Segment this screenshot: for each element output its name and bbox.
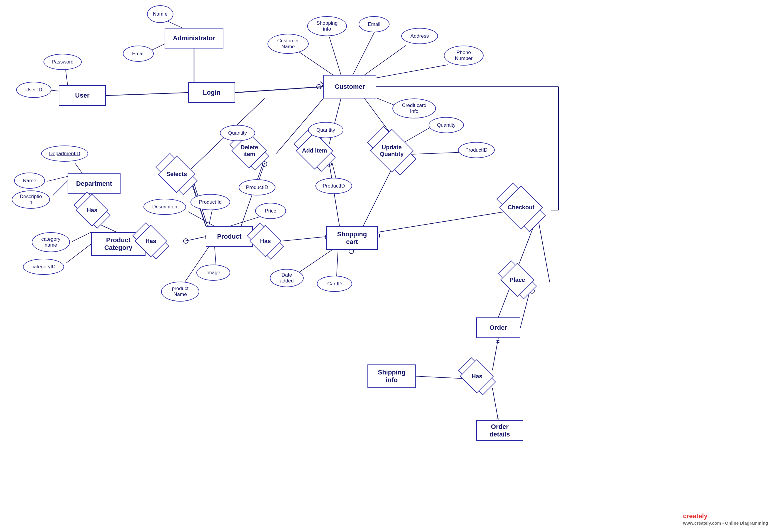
qty-update-attribute: Quantity — [429, 117, 464, 133]
qty-delete-attribute: Quantity — [220, 125, 255, 141]
svg-line-44 — [337, 250, 338, 276]
admin-name-attribute: Nam e — [147, 5, 173, 23]
dept-description-attribute: Descriptio n — [12, 190, 50, 209]
svg-line-10 — [294, 48, 335, 76]
brand-name: creately — [683, 512, 708, 520]
login-entity: Login — [188, 82, 235, 103]
checkout-relation: Checkout — [498, 196, 544, 218]
address-attribute: Address — [401, 28, 438, 44]
svg-line-40 — [282, 237, 326, 241]
has-product-relation: Has — [249, 232, 282, 250]
cart-id-attribute: CartID — [317, 276, 352, 292]
svg-line-55 — [363, 165, 394, 226]
product-id-update-attribute: ProductID — [458, 142, 495, 158]
svg-line-13 — [376, 65, 448, 78]
date-added-attribute: Date added — [270, 269, 304, 287]
svg-line-28 — [66, 244, 91, 263]
product-id-add-attribute: ProductID — [315, 178, 352, 194]
product-name-attribute: product Name — [161, 282, 199, 302]
svg-line-2 — [235, 87, 323, 93]
cust-email-attribute: Email — [359, 16, 389, 32]
watermark: creately www.creately.com • Online Diagr… — [683, 512, 768, 526]
place-relation: Place — [500, 271, 535, 289]
customer-entity: Customer — [323, 75, 376, 98]
password-attribute: Password — [44, 54, 82, 70]
svg-line-5 — [320, 82, 323, 85]
svg-line-72 — [492, 388, 498, 420]
product-description-attribute: Description — [143, 199, 186, 215]
shopping-cart-entity: Shopping cart — [326, 226, 378, 250]
svg-line-6 — [320, 85, 323, 88]
has-order-relation: Has — [460, 367, 494, 385]
selects-relation: Selects — [158, 165, 196, 184]
product-id-attribute: Product Id — [190, 194, 230, 210]
svg-line-9 — [329, 37, 341, 75]
admin-email-attribute: Email — [123, 46, 154, 62]
svg-line-11 — [353, 26, 378, 75]
svg-point-80 — [183, 239, 188, 243]
has-cat-relation: Has — [135, 232, 167, 250]
svg-line-20 — [47, 176, 68, 181]
svg-line-17 — [51, 90, 59, 91]
department-id-attribute: DepartmentID — [41, 145, 88, 162]
add-item-relation: Add item — [295, 141, 334, 160]
product-entity: Product — [206, 226, 253, 247]
image-attribute: Image — [196, 265, 230, 281]
svg-line-58 — [378, 210, 514, 232]
user-id-attribute: User ID — [16, 82, 51, 98]
department-entity: Department — [68, 173, 121, 194]
svg-line-21 — [53, 181, 68, 195]
shopping-info-attribute: Shopping info — [307, 16, 347, 36]
category-id-attribute: categoryID — [23, 259, 64, 275]
administrator-entity: Administrator — [165, 28, 223, 48]
price-attribute: Price — [255, 203, 286, 219]
svg-point-75 — [317, 84, 321, 89]
order-details-entity: Order details — [476, 420, 523, 441]
phone-number-attribute: Phone Number — [444, 46, 484, 66]
svg-line-19 — [75, 163, 82, 173]
svg-line-37 — [215, 247, 216, 266]
has-dept-relation: Has — [76, 201, 108, 219]
connections-svg — [0, 0, 774, 532]
svg-line-27 — [72, 232, 91, 242]
watermark-sub: www.creately.com • Online Diagramming — [683, 521, 768, 526]
svg-line-0 — [106, 93, 188, 96]
svg-line-57 — [410, 152, 463, 154]
svg-line-34 — [188, 212, 215, 226]
credit-card-attribute: Credit card Info — [392, 98, 436, 118]
dept-name-attribute: Name — [14, 173, 45, 189]
update-quantity-relation: Update Quantity — [369, 140, 414, 162]
er-diagram: User Administrator Login Customer Depart… — [0, 0, 774, 532]
customer-name-attribute: Customer Name — [268, 34, 309, 54]
svg-line-30 — [185, 237, 206, 241]
svg-line-67 — [492, 338, 498, 370]
delete-item-relation: Delete item — [232, 141, 267, 160]
user-entity: User — [59, 85, 106, 106]
category-name-attribute: category name — [32, 232, 70, 252]
svg-line-12 — [365, 46, 406, 75]
svg-line-51 — [329, 163, 340, 226]
shipping-info-entity: Shipping info — [367, 364, 416, 388]
qty-add-attribute: Quantity — [308, 122, 343, 138]
order-entity: Order — [476, 317, 520, 338]
product-id-delete-attribute: ProductID — [239, 179, 275, 195]
